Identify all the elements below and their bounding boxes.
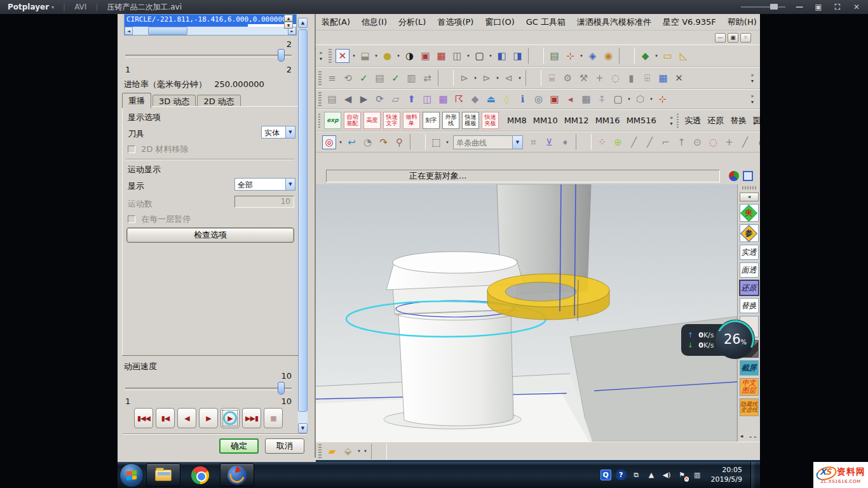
- separator[interactable]: [619, 48, 635, 64]
- volume-slider-knob[interactable]: [770, 4, 778, 10]
- pause-each-level-checkbox[interactable]: [128, 215, 135, 223]
- wireframe-pin-icon[interactable]: ▣: [417, 48, 433, 64]
- ruler-icon[interactable]: ▭: [660, 48, 675, 64]
- make-bom-button[interactable]: 做料单: [403, 112, 420, 129]
- scroll-left-icon[interactable]: ◄: [125, 27, 133, 35]
- window-monitor-icon[interactable]: [743, 171, 753, 181]
- rotate-view-icon[interactable]: ⟳: [372, 92, 388, 107]
- cancel-button[interactable]: 取消: [265, 438, 304, 454]
- chevron-down-icon[interactable]: ▼: [512, 135, 523, 149]
- spin-up-icon[interactable]: ▲: [284, 15, 293, 22]
- angle-icon[interactable]: ◺: [675, 48, 691, 64]
- listbox-horizontal-scrollbar[interactable]: ◄ ►: [125, 27, 296, 35]
- curve-end-icon[interactable]: ⌐: [658, 134, 674, 150]
- face-snap-icon[interactable]: ◖: [753, 134, 760, 150]
- machine-tool-icon[interactable]: ⚙: [560, 70, 576, 86]
- vertical-snap-icon[interactable]: ↑: [674, 134, 689, 150]
- sheet-list-icon[interactable]: ▤: [546, 48, 562, 64]
- back-arrow-icon[interactable]: ◀: [340, 92, 356, 107]
- mill-tool3-icon[interactable]: ⊲: [501, 70, 517, 86]
- create-tool-icon[interactable]: +: [592, 70, 607, 86]
- outline-button[interactable]: 外形线: [442, 112, 459, 129]
- csys-axes-icon[interactable]: ⊹: [654, 92, 670, 107]
- stack-box-icon[interactable]: ▦: [578, 92, 594, 107]
- tray-expand-icon[interactable]: ▲: [646, 470, 657, 480]
- dropdown-icon[interactable]: ▾: [487, 48, 494, 64]
- dropdown-icon[interactable]: ▾: [444, 134, 451, 150]
- dropdown-icon[interactable]: ▾: [362, 444, 369, 459]
- quick-template-button[interactable]: 快速模板: [462, 112, 479, 129]
- chevron-down-icon[interactable]: ▼: [285, 178, 295, 191]
- snapshot-icon[interactable]: ✕: [336, 49, 349, 63]
- face-translucent-button[interactable]: 面透: [740, 262, 759, 278]
- dropdown-icon[interactable]: ▾: [494, 70, 501, 86]
- dropdown-icon[interactable]: ▾: [517, 70, 523, 86]
- red-box-icon[interactable]: ▣: [546, 92, 562, 107]
- menu-item[interactable]: 潇洒模具汽模标准件: [571, 17, 657, 28]
- geometry-icon[interactable]: ⚒: [576, 70, 592, 86]
- trim-box-icon[interactable]: ◫: [419, 92, 435, 107]
- toolbar-grip[interactable]: [329, 49, 332, 63]
- circle-snap-icon[interactable]: ⊙: [689, 134, 705, 150]
- sphere-gray-icon[interactable]: ◔: [360, 134, 376, 150]
- nx-close-button[interactable]: ✕: [740, 33, 751, 43]
- polygon-icon[interactable]: ⬡: [632, 92, 648, 107]
- menu-item[interactable]: 帮助(H): [722, 17, 760, 28]
- wizard-box-icon[interactable]: ▦: [655, 70, 671, 86]
- display-mode-button[interactable]: 实透: [684, 115, 701, 126]
- csys-icon[interactable]: ⊹: [562, 48, 578, 64]
- display-drawer-icon[interactable]: ⬓: [357, 48, 373, 64]
- screenshot-button[interactable]: 截屏: [740, 360, 759, 376]
- create-geom-icon[interactable]: ◌: [607, 70, 623, 86]
- pan-icon[interactable]: ▱: [388, 92, 403, 107]
- separator[interactable]: [438, 70, 454, 86]
- toolbar-overflow-icon[interactable]: »▾: [316, 50, 326, 62]
- clip-left-icon[interactable]: ◧: [494, 48, 510, 64]
- pp-fullscreen-button[interactable]: ⛶: [832, 3, 843, 11]
- line-point-icon[interactable]: ╱: [642, 134, 658, 150]
- ok-button[interactable]: 确定: [219, 438, 259, 454]
- toolpath-listbox[interactable]: CIRCLE/-221.811,-18.416,6.000,0.0000000 …: [124, 14, 297, 36]
- circle-center-icon[interactable]: ⊕: [610, 134, 626, 150]
- speed-slider-thumb[interactable]: [278, 382, 285, 395]
- dialog-vertical-scrollbar[interactable]: ▲ ▼: [298, 18, 308, 436]
- sync-icon[interactable]: ⇄: [419, 70, 435, 86]
- menu-item[interactable]: 装配(A): [316, 17, 356, 28]
- slash-snap-icon[interactable]: ╱: [737, 134, 753, 150]
- regen-path-icon[interactable]: ⟲: [340, 70, 356, 86]
- folder-yellow-icon[interactable]: ▰: [324, 444, 340, 459]
- quick-clamp-button[interactable]: 快速夹板: [482, 112, 499, 129]
- pp-close-button[interactable]: ✕: [851, 3, 862, 11]
- tree-snap-icon[interactable]: ⊻: [541, 134, 557, 150]
- taskbar-explorer-button[interactable]: [146, 463, 180, 487]
- hidden-line-dashed-button[interactable]: 隐藏线 变虚线: [740, 398, 759, 416]
- action-center-tray-icon[interactable]: ⚑: [677, 470, 688, 480]
- dropdown-icon[interactable]: ▾: [578, 48, 585, 64]
- reference-tool-button[interactable]: 参: [740, 224, 759, 242]
- solid-wire-icon[interactable]: ▦: [433, 48, 449, 64]
- probe-icon[interactable]: ◎: [531, 92, 546, 107]
- pin-up-icon[interactable]: ⍏: [594, 92, 610, 107]
- clamp-tool-button[interactable]: 夹: [740, 204, 759, 222]
- gem-icon[interactable]: ◆: [467, 92, 483, 107]
- separator[interactable]: [528, 48, 544, 64]
- taskbar-clock[interactable]: 20:05 2019/5/9: [711, 466, 742, 485]
- menu-item[interactable]: 窗口(O): [479, 17, 520, 28]
- mm-size-button[interactable]: MM10: [533, 116, 558, 125]
- start-button[interactable]: [119, 463, 144, 487]
- block-cube-icon[interactable]: ⬙: [340, 444, 356, 459]
- menu-item[interactable]: 分析(L): [393, 17, 431, 28]
- display-mode-button[interactable]: 还原: [707, 115, 724, 126]
- mill-tool-icon[interactable]: ⊳: [456, 70, 472, 86]
- separator[interactable]: [410, 134, 426, 150]
- play-button[interactable]: ▶: [220, 408, 240, 428]
- snap-point-icon[interactable]: ◎: [322, 135, 336, 149]
- chinese-layer-button[interactable]: 中文 图层: [740, 378, 759, 396]
- toolbar-grip[interactable]: [742, 186, 756, 189]
- dropdown-icon[interactable]: ▾: [472, 70, 478, 86]
- palette-icon[interactable]: ◉: [600, 48, 616, 64]
- taskbar-chrome-button[interactable]: [183, 463, 217, 487]
- scrollbar-thumb[interactable]: [148, 27, 187, 35]
- toolbar-grip[interactable]: [677, 114, 679, 128]
- plus-snap-icon[interactable]: +: [721, 134, 737, 150]
